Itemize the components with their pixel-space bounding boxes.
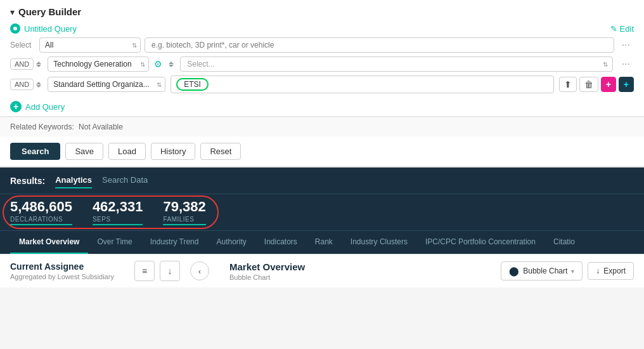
field-dropdown-3[interactable]: Standard Setting Organiza...	[48, 77, 165, 92]
etsi-tag: ETSI	[176, 78, 209, 91]
bottom-section: Current Assignee Aggregated by Lowest Su…	[0, 254, 644, 287]
value-dropdown-2[interactable]: Select...	[180, 56, 612, 72]
related-keywords-bar: Related Keywords: Not Available	[0, 117, 644, 136]
etsi-tag-area[interactable]: ETSI	[171, 76, 553, 93]
current-assignee-title: Current Assignee	[10, 261, 124, 272]
download-icon-button[interactable]: ↓	[160, 261, 180, 281]
operator-arrows-2[interactable]	[35, 60, 42, 69]
stats-highlight: 5,486,605 Declarations 462,331 SEPs 79,3…	[10, 199, 206, 225]
untitled-query-dot	[10, 23, 20, 34]
current-assignee-sub: Aggregated by Lowest Subsidiary	[10, 273, 124, 280]
edit-label: Edit	[620, 24, 634, 34]
search-bar: Search Save Load History Reset	[0, 136, 644, 168]
results-stats: 5,486,605 Declarations 462,331 SEPs 79,3…	[0, 194, 644, 230]
export-button[interactable]: ↓ Export	[588, 262, 634, 280]
related-keywords-label: Related Keywords:	[10, 122, 74, 131]
plus-magenta-button-3[interactable]: +	[601, 77, 616, 92]
upload-button-3[interactable]: ⬆	[559, 77, 577, 92]
stat-declarations: 5,486,605 Declarations	[10, 199, 72, 225]
sub-nav-industry-trend[interactable]: Industry Trend	[141, 231, 208, 254]
sub-nav-ipc-cpc[interactable]: IPC/CPC Portfolio Concentration	[416, 231, 544, 254]
stat-families: 79,382 Families	[163, 199, 205, 225]
save-button[interactable]: Save	[65, 143, 103, 160]
add-query-label: Add Query	[25, 102, 65, 112]
sub-nav-rank[interactable]: Rank	[306, 231, 342, 254]
operator-badge-3[interactable]: AND	[10, 79, 34, 90]
more-options-button-2[interactable]: ···	[618, 57, 634, 71]
export-download-icon: ↓	[596, 267, 600, 275]
page-title: Query Builder	[18, 6, 81, 17]
sub-nav-authority[interactable]: Authority	[207, 231, 255, 254]
bubble-chart-button[interactable]: ⬤ Bubble Chart ▾	[501, 261, 583, 280]
load-button[interactable]: Load	[108, 143, 146, 160]
plus-teal-button-3[interactable]: +	[619, 77, 634, 92]
sub-nav-indicators[interactable]: Indicators	[255, 231, 306, 254]
market-overview-sub: Bubble Chart	[229, 273, 480, 281]
current-assignee-block: Current Assignee Aggregated by Lowest Su…	[10, 261, 124, 280]
results-label: Results:	[10, 176, 45, 186]
more-options-button-1[interactable]: ···	[618, 38, 634, 52]
seps-value: 462,331	[93, 199, 143, 214]
search-button[interactable]: Search	[10, 143, 60, 160]
sub-nav-industry-clusters[interactable]: Industry Clusters	[342, 231, 416, 254]
right-actions: ⬤ Bubble Chart ▾ ↓ Export	[501, 261, 634, 280]
add-query-icon: +	[10, 101, 22, 112]
sub-nav-over-time[interactable]: Over Time	[88, 231, 141, 254]
edit-button[interactable]: ✎ Edit	[610, 24, 634, 34]
sub-navigation: Market Overview Over Time Industry Trend…	[0, 230, 644, 254]
select-label: Select	[10, 41, 35, 49]
seps-label: SEPs	[93, 216, 143, 225]
history-button[interactable]: History	[151, 143, 195, 160]
operator-arrows-3[interactable]	[35, 81, 42, 89]
tab-analytics[interactable]: Analytics	[55, 173, 92, 188]
sub-nav-citations[interactable]: Citatio	[544, 231, 584, 254]
families-label: Families	[163, 216, 205, 225]
related-keywords-value: Not Available	[79, 122, 123, 131]
filter-icon-button[interactable]: ≡	[134, 261, 155, 281]
market-overview-title: Market Overview	[229, 261, 480, 272]
bottom-icon-actions: ≡ ↓	[134, 261, 180, 281]
settings-icon-2[interactable]: ⚙	[154, 59, 162, 69]
nav-arrow-left[interactable]: ‹	[190, 261, 209, 280]
row-actions-3: ⬆ 🗑 + +	[559, 77, 634, 92]
bubble-chart-chevron-icon: ▾	[571, 268, 574, 275]
tab-search-data[interactable]: Search Data	[102, 173, 148, 188]
field-dropdown-2[interactable]: Technology Generation	[48, 56, 149, 72]
delete-button-3[interactable]: 🗑	[579, 77, 598, 92]
select-all-dropdown[interactable]: All	[39, 37, 141, 53]
declarations-label: Declarations	[10, 216, 72, 225]
chevron-icon[interactable]: ▾	[10, 7, 15, 17]
sub-nav-market-overview[interactable]: Market Overview	[10, 231, 88, 254]
families-value: 79,382	[163, 199, 205, 214]
bubble-chart-icon: ⬤	[509, 266, 519, 276]
untitled-query-label: Untitled Query	[24, 24, 77, 34]
declarations-value: 5,486,605	[10, 199, 72, 214]
add-query-button[interactable]: + Add Query	[10, 97, 634, 116]
market-overview-block: Market Overview Bubble Chart	[219, 261, 491, 281]
bubble-chart-label: Bubble Chart	[523, 267, 567, 275]
reset-button[interactable]: Reset	[200, 143, 241, 160]
export-label: Export	[603, 267, 626, 275]
pencil-icon: ✎	[610, 24, 617, 34]
stat-seps: 462,331 SEPs	[93, 199, 143, 225]
keyword-input[interactable]	[145, 37, 614, 53]
results-header: Results: Analytics Search Data	[0, 168, 644, 194]
operator-badge-2[interactable]: AND	[10, 58, 34, 70]
field-order-arrows-2[interactable]	[167, 60, 175, 69]
